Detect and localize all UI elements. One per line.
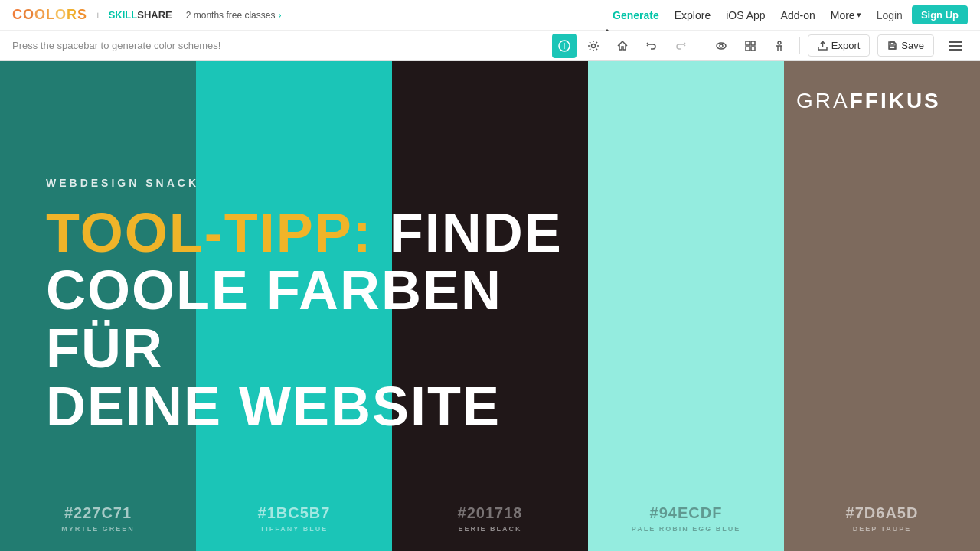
logo-area: COOLORS + SKILLSHARE 2 months free class… bbox=[12, 7, 281, 23]
divider-1 bbox=[701, 37, 701, 54]
more-label: More bbox=[831, 9, 855, 21]
coolors-logo[interactable]: COOLORS bbox=[12, 7, 87, 23]
promo-arrow: › bbox=[278, 10, 281, 21]
save-button[interactable]: Save bbox=[877, 34, 934, 57]
graffikus-logo: GRAFFIKUS bbox=[784, 77, 980, 126]
info-icon[interactable]: i bbox=[552, 34, 577, 58]
svg-rect-6 bbox=[751, 41, 755, 45]
spacebar-hint: Press the spacebar to generate color sch… bbox=[12, 40, 552, 51]
graffikus-logo-text: GRAFFIKUS bbox=[796, 89, 968, 113]
color-name-4: PALE ROBIN EGG BLUE bbox=[632, 525, 740, 533]
svg-rect-7 bbox=[746, 47, 750, 51]
panel-deep-taupe[interactable]: GRAFFIKUS #7D6A5D DEEP TAUPE bbox=[784, 61, 980, 551]
hex-label-5: #7D6A5D bbox=[846, 504, 919, 522]
nav-addon[interactable]: Add-on bbox=[775, 6, 822, 24]
svg-rect-5 bbox=[746, 41, 750, 45]
export-button[interactable]: Export bbox=[808, 34, 871, 57]
color-name-5: DEEP TAUPE bbox=[853, 525, 912, 533]
nav-generate[interactable]: Generate bbox=[606, 6, 665, 24]
undo-icon[interactable] bbox=[639, 34, 664, 58]
promo-text: 2 months free classes bbox=[186, 10, 276, 21]
accessibility-icon[interactable] bbox=[767, 34, 792, 58]
nav-login[interactable]: Login bbox=[871, 6, 909, 24]
svg-rect-11 bbox=[890, 46, 895, 49]
svg-point-9 bbox=[778, 41, 781, 44]
content-overlay: WEBDESIGN SNACK TOOL-TIPP: FINDECOOLE FA… bbox=[0, 61, 588, 551]
eye-icon[interactable] bbox=[709, 34, 733, 58]
grid-icon[interactable] bbox=[738, 34, 763, 58]
heading-yellow: TOOL-TIPP: bbox=[46, 202, 373, 263]
gear-icon[interactable] bbox=[581, 34, 606, 58]
chevron-down-icon: ▾ bbox=[857, 10, 861, 20]
svg-rect-10 bbox=[890, 42, 894, 44]
save-label: Save bbox=[901, 40, 924, 51]
toolbar-icons: i Export Save bbox=[552, 34, 968, 58]
divider-2 bbox=[799, 37, 800, 54]
promo-banner[interactable]: 2 months free classes › bbox=[186, 10, 282, 21]
home-icon[interactable] bbox=[610, 34, 635, 58]
hex-label-4: #94ECDF bbox=[650, 504, 723, 522]
svg-point-3 bbox=[717, 43, 726, 49]
main-heading: TOOL-TIPP: FINDECOOLE FARBEN FÜRDEINE WE… bbox=[46, 204, 588, 435]
banner: COOLORS + SKILLSHARE 2 months free class… bbox=[0, 0, 980, 31]
export-label: Export bbox=[831, 40, 861, 51]
svg-point-4 bbox=[720, 44, 723, 47]
svg-point-2 bbox=[591, 44, 595, 47]
panel-pale-robin-egg-blue[interactable]: #94ECDF PALE ROBIN EGG BLUE bbox=[588, 61, 784, 551]
redo-icon[interactable] bbox=[668, 34, 693, 58]
nav-right: Generate Explore iOS App Add-on More ▾ L… bbox=[606, 5, 968, 24]
webdesign-label: WEBDESIGN SNACK bbox=[46, 177, 588, 189]
plus-separator: + bbox=[95, 9, 101, 21]
svg-text:i: i bbox=[563, 42, 565, 51]
nav-signup[interactable]: Sign Up bbox=[912, 5, 968, 24]
toolbar: Press the spacebar to generate color sch… bbox=[0, 31, 980, 61]
color-panels: WEBDESIGN SNACK TOOL-TIPP: FINDECOOLE FA… bbox=[0, 61, 980, 551]
skillshare-logo[interactable]: SKILLSHARE bbox=[109, 9, 172, 21]
graffikus-gra: GRA bbox=[796, 89, 850, 112]
nav-explore[interactable]: Explore bbox=[668, 6, 717, 24]
svg-rect-8 bbox=[751, 47, 755, 51]
graffikus-ffikus: FFIKUS bbox=[850, 89, 941, 112]
nav-ios[interactable]: iOS App bbox=[720, 6, 771, 24]
nav-more[interactable]: More ▾ bbox=[825, 6, 867, 24]
hamburger-menu-icon[interactable] bbox=[943, 34, 968, 58]
